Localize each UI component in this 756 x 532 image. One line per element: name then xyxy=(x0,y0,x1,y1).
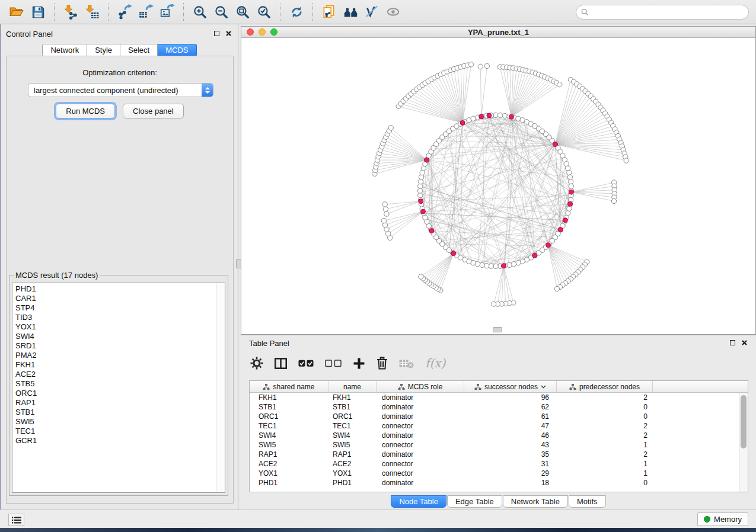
network-node[interactable] xyxy=(507,262,512,267)
run-mcds-button[interactable]: Run MCDS xyxy=(56,104,115,118)
network-node[interactable] xyxy=(567,175,572,180)
criterion-select[interactable]: largest connected component (undirected) xyxy=(28,83,213,97)
network-node[interactable] xyxy=(491,302,496,306)
select-all-button[interactable] xyxy=(298,360,314,367)
network-hub-node[interactable] xyxy=(563,218,567,223)
table-row[interactable]: RAP1RAP1dominator352 xyxy=(250,450,748,459)
network-node[interactable] xyxy=(493,113,498,117)
table-row[interactable]: TEC1TEC1connector472 xyxy=(250,421,748,431)
network-node[interactable] xyxy=(381,218,386,223)
table-row[interactable]: YOX1YOX1connector291 xyxy=(250,469,748,478)
network-hub-node[interactable] xyxy=(451,251,456,256)
network-node[interactable] xyxy=(484,63,489,68)
network-node[interactable] xyxy=(468,62,473,67)
column-header-name[interactable]: name xyxy=(328,381,377,392)
show-graphics-details-button[interactable] xyxy=(382,2,404,21)
network-node[interactable] xyxy=(557,82,562,86)
export-image-button[interactable] xyxy=(157,2,178,21)
mcds-result-item[interactable]: SWI4 xyxy=(12,332,225,341)
import-network-button[interactable] xyxy=(60,2,81,21)
horizontal-splitter-handle[interactable] xyxy=(493,327,502,332)
mcds-result-item[interactable]: PMA2 xyxy=(12,351,225,360)
close-table-panel-icon[interactable] xyxy=(741,339,748,346)
mcds-result-item[interactable]: SRD1 xyxy=(12,341,225,351)
mcds-result-item[interactable]: FKH1 xyxy=(12,360,225,370)
network-canvas[interactable] xyxy=(241,38,755,334)
network-graph[interactable] xyxy=(241,38,755,334)
network-hub-node[interactable] xyxy=(487,113,492,118)
tab-mcds[interactable]: MCDS xyxy=(158,44,196,56)
network-hub-node[interactable] xyxy=(479,114,484,119)
zoom-fit-button[interactable] xyxy=(232,2,253,21)
network-node[interactable] xyxy=(382,202,387,207)
add-column-button[interactable] xyxy=(353,357,365,370)
network-node[interactable] xyxy=(568,179,573,184)
network-node[interactable] xyxy=(383,207,388,211)
memory-button[interactable]: Memory xyxy=(697,512,748,526)
column-header-mcds-role[interactable]: MCDS role xyxy=(377,381,464,392)
mcds-result-item[interactable]: GCR1 xyxy=(12,436,225,446)
tab-style[interactable]: Style xyxy=(87,44,120,56)
table-scrollbar-thumb[interactable] xyxy=(741,395,747,448)
network-hub-node[interactable] xyxy=(553,142,557,146)
network-node[interactable] xyxy=(611,198,616,203)
network-node[interactable] xyxy=(511,262,516,267)
network-hub-node[interactable] xyxy=(558,227,563,232)
task-history-button[interactable] xyxy=(8,514,24,526)
network-node[interactable] xyxy=(388,126,393,130)
apply-layout-button[interactable] xyxy=(286,2,307,21)
zoom-selected-button[interactable] xyxy=(253,2,275,21)
table-row[interactable]: SWI4SWI4dominator462 xyxy=(250,431,748,440)
network-hub-node[interactable] xyxy=(425,158,429,162)
network-node[interactable] xyxy=(554,286,559,291)
network-hub-node[interactable] xyxy=(420,209,425,214)
close-window-icon[interactable] xyxy=(247,28,254,36)
mcds-result-item[interactable]: STP4 xyxy=(12,303,225,313)
clone-network-button[interactable] xyxy=(318,2,340,21)
float-table-panel-icon[interactable] xyxy=(730,340,735,345)
table-row[interactable]: ORC1ORC1dominator610 xyxy=(250,412,748,421)
tab-node-table[interactable]: Node Table xyxy=(391,495,446,508)
network-node[interactable] xyxy=(484,263,489,268)
network-node[interactable] xyxy=(419,274,423,279)
mcds-result-item[interactable]: TID3 xyxy=(12,313,225,322)
mcds-result-item[interactable]: ORC1 xyxy=(12,389,225,398)
table-settings-button[interactable] xyxy=(250,357,263,370)
network-node[interactable] xyxy=(493,264,498,268)
network-node[interactable] xyxy=(418,179,423,184)
close-panel-button[interactable]: Close panel xyxy=(123,104,184,118)
zoom-in-button[interactable] xyxy=(189,2,210,21)
search-input[interactable] xyxy=(592,8,744,17)
mcds-result-item[interactable]: PHD1 xyxy=(12,284,225,294)
column-header-predecessor-nodes[interactable]: predecessor nodes xyxy=(557,381,653,392)
mcds-result-item[interactable]: TEC1 xyxy=(12,427,225,436)
show-columns-button[interactable] xyxy=(275,358,287,369)
minimize-window-icon[interactable] xyxy=(259,28,266,36)
network-node[interactable] xyxy=(418,184,423,188)
mcds-result-item[interactable]: SWI5 xyxy=(12,417,225,427)
first-neighbors-button[interactable] xyxy=(340,2,361,21)
delete-column-button[interactable] xyxy=(377,357,388,370)
network-node[interactable] xyxy=(478,64,483,69)
column-header-shared-name[interactable]: shared name xyxy=(250,381,328,392)
table-row[interactable]: STB1STB1dominator620 xyxy=(250,402,748,412)
table-row[interactable]: PHD1PHD1dominator180 xyxy=(250,478,748,488)
network-hub-node[interactable] xyxy=(532,253,537,258)
network-hub-node[interactable] xyxy=(546,243,551,248)
network-hub-node[interactable] xyxy=(501,264,506,268)
network-node[interactable] xyxy=(419,175,423,180)
network-hub-node[interactable] xyxy=(419,199,423,204)
mcds-result-item[interactable]: STB5 xyxy=(12,379,225,389)
network-node[interactable] xyxy=(569,184,573,188)
network-hub-node[interactable] xyxy=(509,114,514,119)
table-row[interactable]: ACE2ACE2connector311 xyxy=(250,459,748,469)
open-session-button[interactable] xyxy=(6,2,27,21)
network-node[interactable] xyxy=(624,158,629,163)
network-hub-node[interactable] xyxy=(569,190,574,194)
network-node[interactable] xyxy=(480,262,484,267)
network-hub-node[interactable] xyxy=(460,120,465,125)
save-session-button[interactable] xyxy=(27,2,49,21)
network-node[interactable] xyxy=(489,264,493,268)
mcds-result-item[interactable]: CAR1 xyxy=(12,294,225,303)
tab-select[interactable]: Select xyxy=(120,44,158,56)
